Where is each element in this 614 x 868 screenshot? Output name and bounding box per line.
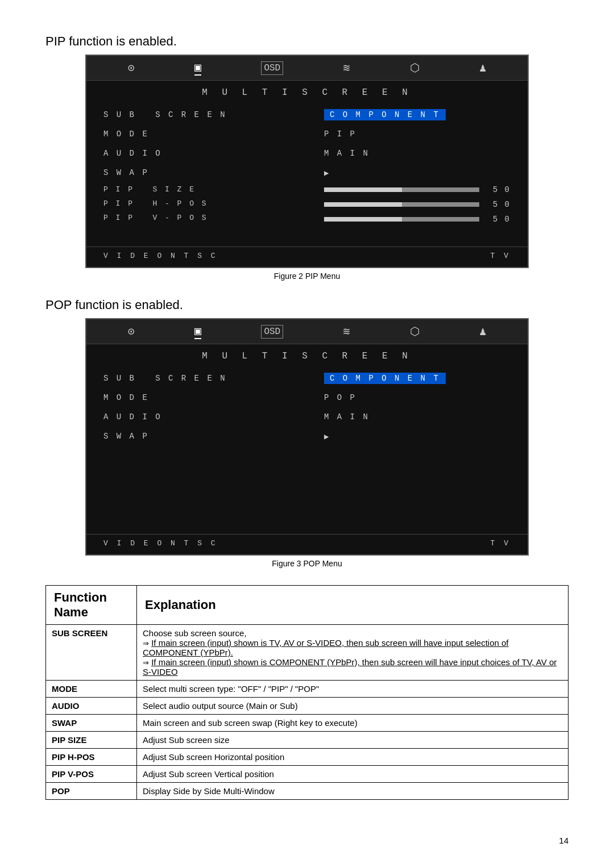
pip-slider-vpos: 5 0: [324, 215, 511, 224]
pop-menu-title: M U L T I S C R E E N: [86, 344, 528, 366]
col-function-name: Function Name: [46, 586, 137, 625]
table-row: PIP H-POS Adjust Sub screen Horizontal p…: [46, 749, 569, 766]
func-swap-explanation: Main screen and sub screen swap (Right k…: [137, 715, 569, 732]
func-pipsize-name: PIP SIZE: [46, 732, 137, 749]
func-pop-name: POP: [46, 783, 137, 800]
pop-row-mode: M O D E: [103, 391, 290, 404]
pip-row-vpos: P I P V - P O S: [103, 214, 290, 222]
table-row: PIP V-POS Adjust Sub screen Vertical pos…: [46, 766, 569, 783]
pip-menu-box: ⊙ ▣ OSD ≋ ⬡ ♟ M U L T I S C R E E N S U …: [85, 55, 529, 268]
pip-section-label: PIP function is enabled.: [45, 34, 569, 49]
pop-bottom-right: T V: [491, 539, 511, 548]
func-hpos-explanation: Adjust Sub screen Horizontal position: [137, 749, 569, 766]
icon-screen: ▣: [194, 60, 201, 76]
func-subscreen-explanation: Choose sub screen source, ⇒ If main scre…: [137, 625, 569, 681]
pip-figure-caption: Figure 2 PIP Menu: [45, 272, 569, 281]
func-pipsize-explanation: Adjust Sub screen size: [137, 732, 569, 749]
func-mode-explanation: Select multi screen type: "OFF" / "PIP" …: [137, 681, 569, 698]
pip-slider-hpos: 5 0: [324, 200, 511, 209]
pop-row-swap: S W A P: [103, 429, 290, 443]
func-hpos-name: PIP H-POS: [46, 749, 137, 766]
pop-right-arrow: ▶: [324, 429, 511, 443]
col-explanation: Explanation: [137, 586, 569, 625]
func-audio-explanation: Select audio output source (Main or Sub): [137, 698, 569, 715]
table-row: AUDIO Select audio output source (Main o…: [46, 698, 569, 715]
pip-row-audio: A U D I O: [103, 147, 290, 160]
pip-right-arrow: ▶: [324, 166, 511, 180]
func-vpos-explanation: Adjust Sub screen Vertical position: [137, 766, 569, 783]
func-swap-name: SWAP: [46, 715, 137, 732]
pip-right-column: C O M P O N E N T P I P M A I N ▶ 5 0 5 …: [324, 108, 511, 229]
pip-row-mode: M O D E: [103, 127, 290, 141]
table-row: SUB SCREEN Choose sub screen source, ⇒ I…: [46, 625, 569, 681]
func-pop-explanation: Display Side by Side Multi-Window: [137, 783, 569, 800]
func-subscreen-name: SUB SCREEN: [46, 625, 137, 681]
pip-bottom-right: T V: [491, 252, 511, 260]
pop-right-component: C O M P O N E N T: [324, 372, 511, 385]
pop-row-audio: A U D I O: [103, 410, 290, 424]
pip-top-bar: ⊙ ▣ OSD ≋ ⬡ ♟: [86, 56, 528, 81]
pop-top-bar: ⊙ ▣ OSD ≋ ⬡ ♟: [86, 319, 528, 344]
pop-icon-person: ♟: [479, 324, 486, 339]
pop-icon-pattern: ≋: [343, 324, 350, 339]
pop-row-subscreen: S U B S C R E E N: [103, 372, 290, 385]
pip-menu-content: S U B S C R E E N M O D E A U D I O S W …: [86, 102, 528, 241]
icon-hex: ⬡: [410, 61, 420, 75]
pop-icon-hex: ⬡: [410, 324, 420, 339]
icon-person: ♟: [479, 61, 486, 75]
table-row: POP Display Side by Side Multi-Window: [46, 783, 569, 800]
pip-right-component: C O M P O N E N T: [324, 108, 511, 122]
icon-pattern: ≋: [343, 61, 350, 75]
pop-menu-content: S U B S C R E E N M O D E A U D I O S W …: [86, 366, 528, 528]
pip-row-size: P I P S I Z E: [103, 185, 290, 194]
pip-row-hpos: P I P H - P O S: [103, 199, 290, 208]
pop-menu-box: ⊙ ▣ OSD ≋ ⬡ ♟ M U L T I S C R E E N S U …: [85, 318, 529, 556]
pop-bottom-bar: V I D E O N T S C T V: [86, 534, 528, 554]
pop-section-label: POP function is enabled.: [45, 298, 569, 312]
page-number: 14: [559, 836, 569, 845]
pip-right-main: M A I N: [324, 147, 511, 160]
pip-menu-title: M U L T I S C R E E N: [86, 81, 528, 102]
pop-right-pop: P O P: [324, 391, 511, 404]
pop-figure-caption: Figure 3 POP Menu: [45, 559, 569, 568]
func-vpos-name: PIP V-POS: [46, 766, 137, 783]
pip-row-subscreen: S U B S C R E E N: [103, 108, 290, 122]
func-mode-name: MODE: [46, 681, 137, 698]
table-row: SWAP Main screen and sub screen swap (Ri…: [46, 715, 569, 732]
pip-left-column: S U B S C R E E N M O D E A U D I O S W …: [103, 108, 290, 229]
pop-right-main: M A I N: [324, 410, 511, 424]
pip-row-swap: S W A P: [103, 166, 290, 180]
pop-right-column: C O M P O N E N T P O P M A I N ▶: [324, 372, 511, 517]
pop-icon-osd: OSD: [261, 325, 283, 339]
pop-bottom-left: V I D E O N T S C: [103, 539, 218, 548]
pop-icon-sun: ⊙: [128, 324, 135, 339]
function-table: Function Name Explanation SUB SCREEN Cho…: [45, 585, 569, 800]
pip-slider-size: 5 0: [324, 185, 511, 194]
icon-sun: ⊙: [128, 61, 135, 75]
icon-osd: OSD: [261, 61, 283, 75]
pop-icon-screen: ▣: [194, 324, 201, 339]
pip-bottom-bar: V I D E O N T S C T V: [86, 247, 528, 267]
table-row: PIP SIZE Adjust Sub screen size: [46, 732, 569, 749]
pip-bottom-left: V I D E O N T S C: [103, 252, 218, 260]
pip-right-pip: P I P: [324, 127, 511, 141]
table-header-row: Function Name Explanation: [46, 586, 569, 625]
func-audio-name: AUDIO: [46, 698, 137, 715]
table-row: MODE Select multi screen type: "OFF" / "…: [46, 681, 569, 698]
pop-left-column: S U B S C R E E N M O D E A U D I O S W …: [103, 372, 290, 517]
